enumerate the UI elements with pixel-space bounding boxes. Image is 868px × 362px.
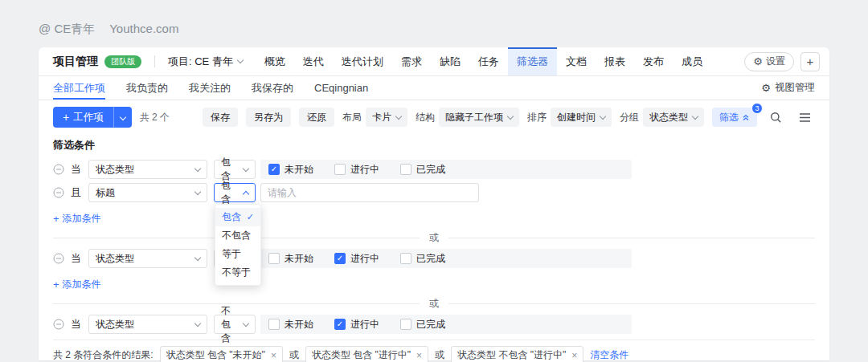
list-view-button[interactable] xyxy=(794,107,815,128)
dropdown-option-not-equals[interactable]: 不等于 xyxy=(215,263,260,282)
group-value: 状态类型 xyxy=(649,111,688,124)
checkbox-done[interactable]: 已完成 xyxy=(400,318,445,331)
checkbox-in-progress[interactable]: 进行中 xyxy=(334,252,379,266)
nav-item-iteration[interactable]: 迭代 xyxy=(294,47,333,75)
checkbox-label: 已完成 xyxy=(416,252,445,266)
remove-condition-button[interactable] xyxy=(53,253,64,264)
checkbox-not-started[interactable]: 未开始 xyxy=(268,163,313,177)
group-select[interactable]: 状态类型 xyxy=(643,108,704,127)
remove-condition-button[interactable] xyxy=(53,164,64,175)
restore-button[interactable]: 还原 xyxy=(299,108,334,127)
nav-item-defect[interactable]: 缺陷 xyxy=(431,47,469,75)
field-select[interactable]: 状态类型 xyxy=(88,249,207,268)
plus-icon: + xyxy=(53,213,59,225)
app-card: 项目管理 团队版 项目: CE 青年 概览 迭代 迭代计划 需求 缺陷 任务 筛… xyxy=(39,47,829,360)
structure-group: 结构 隐藏子工作项 xyxy=(416,108,519,127)
field-select[interactable]: 标题 xyxy=(88,183,207,202)
chevron-down-icon xyxy=(237,57,244,63)
layout-group: 布局 卡片 xyxy=(342,108,407,127)
or-label: 或 xyxy=(429,231,439,245)
nav-item-release[interactable]: 发布 xyxy=(634,47,673,75)
field-select-value: 状态类型 xyxy=(96,252,134,266)
dropdown-option-not-contains[interactable]: 不包含 xyxy=(215,226,260,245)
chevron-down-icon xyxy=(243,319,249,326)
filter-toggle-button[interactable]: 筛选 3 xyxy=(712,108,757,127)
field-select-value: 标题 xyxy=(96,186,115,200)
add-condition-button[interactable]: + 添加条件 xyxy=(53,212,101,226)
operator-select-value: 不包含 xyxy=(221,304,239,345)
tab-all-work-items[interactable]: 全部工作项 xyxy=(53,76,105,100)
checkbox-in-progress[interactable]: 进行中 xyxy=(334,318,379,331)
workspace-domain: Youthce.com xyxy=(109,22,178,37)
tab-saved[interactable]: 我保存的 xyxy=(252,76,293,100)
checkbox-icon xyxy=(268,319,280,330)
status-options-strip: 未开始 进行中 已完成 xyxy=(260,315,632,334)
checkbox-icon xyxy=(400,164,411,175)
filter-chip-text: 状态类型 不包含 "进行中" xyxy=(457,348,566,362)
remove-condition-button[interactable] xyxy=(53,187,64,198)
summary-label: 共 2 条符合条件的结果: xyxy=(53,348,154,362)
condition-value-input[interactable] xyxy=(260,183,479,202)
tab-followed[interactable]: 我关注的 xyxy=(189,76,231,100)
save-as-button[interactable]: 另存为 xyxy=(246,108,291,127)
tab-assigned-to-me[interactable]: 我负责的 xyxy=(126,76,168,100)
create-work-item-dropdown[interactable] xyxy=(113,107,132,128)
save-button[interactable]: 保存 xyxy=(203,108,238,127)
create-work-item-button[interactable]: + 工作项 xyxy=(53,107,132,128)
minus-circle-icon xyxy=(53,187,64,198)
operator-select[interactable]: 包含 xyxy=(214,160,256,179)
checkbox-icon xyxy=(268,253,280,264)
close-icon[interactable]: × xyxy=(416,351,422,360)
search-button[interactable] xyxy=(765,107,786,128)
tab-ceqingnian[interactable]: CEqingnian xyxy=(314,76,368,100)
condition-row: 当 状态类型 包含 未开始 进行中 已完成 xyxy=(53,160,815,179)
sort-select[interactable]: 创建时间 xyxy=(551,108,612,127)
checkbox-done[interactable]: 已完成 xyxy=(400,163,445,177)
chevron-down-icon xyxy=(194,188,201,194)
filter-chip-text: 状态类型 包含 "进行中" xyxy=(312,348,411,362)
project-select-label: 项目: CE 青年 xyxy=(168,55,233,69)
add-condition-button[interactable]: + 添加条件 xyxy=(53,278,101,291)
close-icon[interactable]: × xyxy=(571,351,577,360)
dropdown-option-equals[interactable]: 等于 xyxy=(215,245,260,263)
nav-item-requirement[interactable]: 需求 xyxy=(392,47,431,75)
nav-item-overview[interactable]: 概览 xyxy=(256,47,294,75)
checkbox-icon xyxy=(334,253,346,264)
gear-icon: ⚙ xyxy=(761,83,771,93)
dropdown-option-contains[interactable]: 包含 ✓ xyxy=(215,208,260,226)
nav-item-task[interactable]: 任务 xyxy=(469,47,508,75)
sort-group: 排序 创建时间 xyxy=(527,108,612,127)
project-select[interactable]: 项目: CE 青年 xyxy=(168,55,243,69)
checkbox-in-progress[interactable]: 进行中 xyxy=(334,163,379,177)
divider-line xyxy=(448,303,815,304)
filter-summary: 共 2 条符合条件的结果: 状态类型 包含 "未开始" × 或 状态类型 包含 … xyxy=(53,340,815,362)
field-select[interactable]: 状态类型 xyxy=(88,315,207,334)
checkbox-not-started[interactable]: 未开始 xyxy=(268,252,313,266)
checkbox-icon xyxy=(268,164,280,175)
settings-button[interactable]: ⚙ 设置 xyxy=(744,52,794,71)
clear-conditions-link[interactable]: 清空条件 xyxy=(590,348,628,362)
close-icon[interactable]: × xyxy=(271,351,276,360)
nav-item-filter[interactable]: 筛选器 xyxy=(508,47,557,75)
nav-item-docs[interactable]: 文档 xyxy=(557,47,596,75)
status-options-strip: 未开始 进行中 已完成 xyxy=(260,160,632,179)
nav-item-members[interactable]: 成员 xyxy=(673,47,711,75)
nav-item-report[interactable]: 报表 xyxy=(596,47,634,75)
operator-select[interactable]: 不包含 xyxy=(214,315,256,334)
create-work-item-main[interactable]: + 工作项 xyxy=(53,107,113,128)
chevron-down-icon xyxy=(194,254,201,260)
view-manage-button[interactable]: ⚙ 视图管理 xyxy=(761,76,815,100)
layout-select[interactable]: 卡片 xyxy=(366,108,407,127)
field-select[interactable]: 状态类型 xyxy=(88,160,207,179)
conjunction-label: 且 xyxy=(71,186,82,200)
remove-condition-button[interactable] xyxy=(53,319,64,330)
checkbox-not-started[interactable]: 未开始 xyxy=(268,318,313,331)
add-project-button[interactable]: + xyxy=(800,52,820,71)
checkbox-done[interactable]: 已完成 xyxy=(400,252,445,266)
structure-select[interactable]: 隐藏子工作项 xyxy=(439,108,519,127)
operator-select-value: 包含 xyxy=(221,179,239,206)
nav-item-iteration-plan[interactable]: 迭代计划 xyxy=(333,47,392,75)
divider-line xyxy=(448,238,815,238)
chevron-down-icon xyxy=(395,112,402,119)
operator-select-open[interactable]: 包含 包含 ✓ 不包含 等于 不等于 xyxy=(214,183,256,202)
